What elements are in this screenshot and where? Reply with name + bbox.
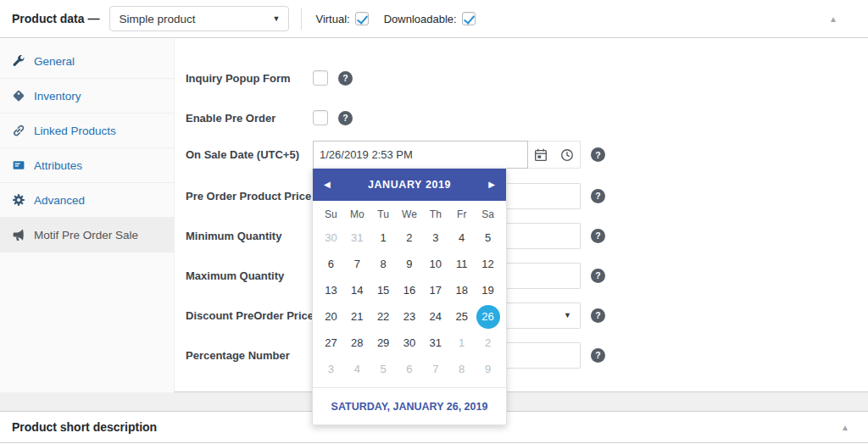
gear-icon [12, 193, 25, 207]
calendar-day[interactable]: 1 [450, 331, 474, 355]
calendar-day[interactable]: 19 [476, 279, 500, 302]
panel-collapse-toggle[interactable]: ▲ [829, 14, 837, 24]
form-row: Inquiry Popup Form ? [186, 64, 353, 92]
calendar-day[interactable]: 10 [424, 253, 448, 276]
weekday-label: Sa [475, 208, 501, 220]
calendar-day[interactable]: 28 [345, 331, 369, 355]
calendar-day[interactable]: 8 [371, 253, 395, 276]
calendar-day[interactable]: 30 [398, 331, 421, 355]
percentage-number-label: Percentage Number [186, 349, 313, 362]
calendar-day[interactable]: 9 [398, 253, 421, 276]
datepicker-month-title: JANUARY 2019 [368, 179, 451, 191]
inquiry-popup-form-checkbox[interactable] [313, 70, 328, 86]
attributes-icon [12, 158, 25, 172]
datepicker-popup: ◀ JANUARY 2019 ▶ SuMoTuWeThFrSa 30311234… [312, 168, 507, 425]
calendar-icon[interactable] [533, 147, 548, 163]
help-icon[interactable]: ? [591, 308, 605, 323]
calendar-day[interactable]: 3 [424, 226, 448, 250]
calendar-day[interactable]: 3 [319, 358, 342, 381]
on-sale-date-label: On Sale Date (UTC+5) [186, 148, 313, 161]
product-type-value: Simple product [119, 13, 195, 25]
help-icon[interactable]: ? [591, 229, 605, 243]
tab-general-label: General [34, 55, 75, 68]
weekday-label: Su [318, 208, 344, 220]
chevron-down-icon: ▼ [564, 311, 571, 319]
calendar-day[interactable]: 4 [450, 226, 474, 250]
tab-inventory[interactable]: Inventory [0, 79, 174, 114]
calendar-day[interactable]: 5 [371, 358, 395, 381]
downloadable-label: Downloadable: [384, 13, 457, 25]
datepicker-selected-date[interactable]: SATURDAY, JANUARY 26, 2019 [313, 387, 506, 425]
calendar-day[interactable]: 18 [450, 279, 474, 302]
tab-advanced[interactable]: Advanced [0, 183, 174, 218]
weekday-label: Fr [448, 208, 475, 220]
calendar-day[interactable]: 2 [476, 331, 500, 355]
tab-general[interactable]: General [0, 44, 174, 79]
tab-attributes-label: Attributes [34, 159, 82, 172]
calendar-day[interactable]: 20 [319, 305, 342, 329]
virtual-checkbox[interactable] [355, 12, 369, 25]
calendar-day-selected[interactable]: 26 [476, 305, 500, 329]
help-icon[interactable]: ? [591, 269, 605, 283]
product-type-select[interactable]: Simple product ▼ [109, 6, 289, 31]
tab-panel-motif-pre-order: Inquiry Popup Form ? Enable Pre Order ? … [175, 39, 868, 391]
clock-icon[interactable] [559, 147, 575, 163]
calendar-day[interactable]: 12 [476, 253, 500, 276]
calendar-grid: 3031123456789101112131415161718192021222… [313, 223, 506, 387]
calendar-day[interactable]: 22 [371, 305, 395, 329]
calendar-day[interactable]: 29 [371, 331, 395, 355]
calendar-day[interactable]: 13 [319, 279, 342, 302]
tab-linked-products-label: Linked Products [34, 125, 116, 137]
calendar-day[interactable]: 24 [424, 305, 448, 329]
calendar-day[interactable]: 16 [398, 279, 421, 302]
tab-inventory-label: Inventory [34, 90, 81, 103]
calendar-day[interactable]: 17 [424, 279, 448, 302]
calendar-weekdays: SuMoTuWeThFrSa [313, 201, 506, 223]
calendar-day[interactable]: 8 [450, 358, 474, 381]
help-icon[interactable]: ? [591, 348, 605, 363]
calendar-day[interactable]: 30 [319, 226, 342, 250]
next-month-icon[interactable]: ▶ [488, 180, 495, 189]
help-icon[interactable]: ? [338, 111, 353, 125]
previous-month-icon[interactable]: ◀ [324, 180, 331, 189]
maximum-quantity-label: Maximum Quantity [186, 269, 313, 282]
weekday-label: Th [422, 208, 448, 220]
virtual-label: Virtual: [315, 13, 349, 25]
calendar-day[interactable]: 14 [345, 279, 369, 302]
help-icon[interactable]: ? [591, 147, 605, 162]
datepicker-header: ◀ JANUARY 2019 ▶ [313, 169, 506, 201]
inquiry-popup-form-label: Inquiry Popup Form [186, 72, 313, 85]
calendar-day[interactable]: 9 [476, 358, 500, 381]
calendar-day[interactable]: 7 [345, 253, 369, 276]
calendar-day[interactable]: 1 [371, 226, 395, 250]
enable-pre-order-checkbox[interactable] [313, 110, 328, 125]
short-description-collapse-toggle[interactable]: ▲ [841, 423, 849, 432]
short-description-title: Product short description [12, 420, 157, 434]
calendar-day[interactable]: 5 [476, 226, 500, 250]
pre-order-product-price-label: Pre Order Product Price [186, 190, 313, 203]
tab-attributes[interactable]: Attributes [0, 148, 174, 183]
calendar-day[interactable]: 15 [371, 279, 395, 302]
calendar-day[interactable]: 2 [398, 226, 421, 250]
tab-linked-products[interactable]: Linked Products [0, 114, 174, 148]
calendar-day[interactable]: 6 [319, 253, 342, 276]
calendar-day[interactable]: 11 [450, 253, 474, 276]
product-data-tabs: General Inventory Linked Products [0, 39, 175, 392]
calendar-day[interactable]: 31 [345, 226, 369, 250]
calendar-day[interactable]: 4 [345, 358, 369, 381]
tab-motif-pre-order-sale[interactable]: Motif Pre Order Sale [0, 218, 174, 253]
calendar-day[interactable]: 6 [398, 358, 421, 381]
calendar-day[interactable]: 21 [345, 305, 369, 329]
on-sale-date-input[interactable]: 1/26/2019 2:53 PM [313, 141, 528, 169]
calendar-day[interactable]: 25 [450, 305, 474, 329]
calendar-day[interactable]: 23 [398, 305, 421, 329]
panel-title: Product data — [12, 12, 99, 25]
help-icon[interactable]: ? [591, 189, 605, 203]
form-row: On Sale Date (UTC+5) 1/26/2019 2:53 PM [186, 141, 605, 169]
calendar-day[interactable]: 31 [424, 331, 448, 355]
calendar-day[interactable]: 27 [319, 331, 342, 355]
calendar-day[interactable]: 7 [424, 358, 448, 381]
help-icon[interactable]: ? [338, 71, 353, 86]
downloadable-checkbox[interactable] [462, 12, 476, 25]
weekday-label: We [397, 208, 423, 220]
